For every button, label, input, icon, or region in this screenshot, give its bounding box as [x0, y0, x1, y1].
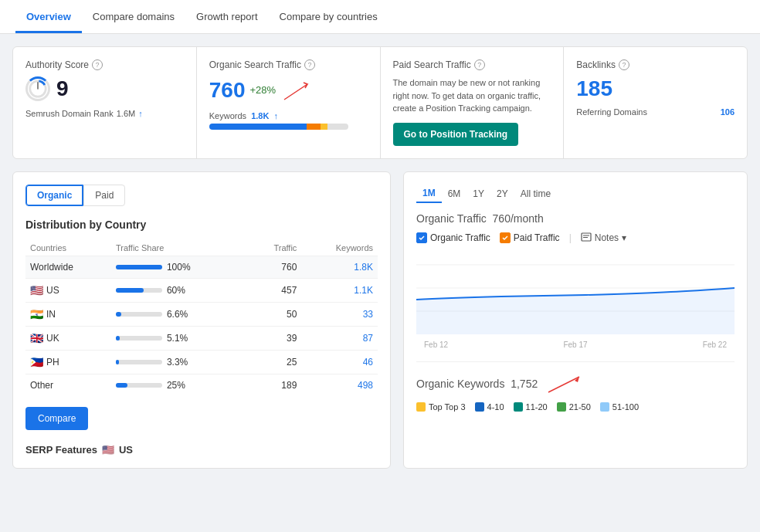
time-tab-1y[interactable]: 1Y — [467, 185, 490, 203]
right-panel: 1M 6M 1Y 2Y All time Organic Traffic 760… — [403, 171, 748, 469]
tab-paid[interactable]: Paid — [83, 185, 125, 206]
time-tab-1m[interactable]: 1M — [416, 185, 442, 203]
kw-dot-21-50 — [557, 402, 566, 412]
kw-label-21-50: 21-50 — [569, 402, 591, 412]
kw-label-top3: Top Top 3 — [429, 402, 466, 412]
kw-legend-11-20: 11-20 — [514, 402, 548, 412]
authority-score-card: Authority Score ? 9 Semrush Domain Rank … — [13, 47, 197, 158]
organic-keywords-title: Organic Keywords 1,752 — [416, 373, 735, 396]
country-cell: Other — [25, 374, 111, 396]
organic-paid-tabs: Organic Paid — [25, 185, 378, 206]
country-cell: 🇵🇭PH — [25, 350, 111, 374]
notes-chevron: ▾ — [622, 232, 626, 243]
backlinks-label: Backlinks — [576, 59, 616, 70]
authority-score-info-icon[interactable]: ? — [92, 59, 103, 70]
country-table: Countries Traffic Share Traffic Keywords… — [25, 240, 378, 396]
traffic-cell: 50 — [249, 302, 302, 326]
left-panel: Organic Paid Distribution by Country Cou… — [12, 171, 391, 469]
tab-compare-countries[interactable]: Compare by countries — [269, 0, 388, 33]
keywords-cell[interactable]: 1.8K — [301, 256, 378, 278]
distribution-title: Distribution by Country — [25, 219, 378, 231]
traffic-share-cell: 100% — [111, 256, 249, 278]
paid-search-label: Paid Search Traffic — [393, 59, 471, 70]
serp-features-title: SERP Features 🇺🇸 US — [25, 444, 378, 456]
keywords-cell[interactable]: 87 — [301, 326, 378, 350]
tab-organic[interactable]: Organic — [25, 185, 83, 206]
time-tab-alltime[interactable]: All time — [514, 185, 557, 203]
keywords-cell[interactable]: 1.1K — [301, 278, 378, 302]
keywords-arrow-annotation — [541, 373, 587, 396]
tab-compare-domains[interactable]: Compare domains — [82, 0, 185, 33]
col-keywords: Keywords — [301, 240, 378, 256]
traffic-cell: 189 — [249, 374, 302, 396]
authority-score-label: Authority Score — [25, 59, 89, 70]
kw-legend-21-50: 21-50 — [557, 402, 591, 412]
kw-legend-51-100: 51-100 — [600, 402, 639, 412]
keywords-cell[interactable]: 46 — [301, 350, 378, 374]
backlinks-info-icon[interactable]: ? — [619, 59, 629, 70]
keywords-cell[interactable]: 498 — [301, 374, 378, 396]
traffic-share-cell: 3.3% — [111, 350, 249, 374]
kw-bar-orange — [307, 124, 321, 130]
notes-button[interactable]: Notes ▾ — [581, 232, 626, 243]
notes-icon — [581, 232, 592, 243]
serp-flag: 🇺🇸 — [102, 444, 114, 456]
paid-search-card: Paid Search Traffic ? The domain may be … — [381, 47, 565, 158]
traffic-cell: 25 — [249, 350, 302, 374]
keywords-up: ↑ — [274, 111, 279, 120]
kw-dot-top3 — [416, 402, 426, 412]
semrush-rank-label: Semrush Domain Rank — [25, 109, 114, 118]
chart-legend: Organic Traffic Paid Traffic | Notes ▾ — [416, 232, 735, 243]
kw-bar-gray — [327, 124, 348, 130]
table-row[interactable]: 🇺🇸US 60% 4571.1K — [25, 278, 378, 302]
table-row[interactable]: 🇬🇧UK 5.1% 3987 — [25, 326, 378, 350]
paid-check[interactable] — [500, 232, 511, 243]
semrush-rank-up: ↑ — [138, 109, 143, 118]
time-tab-6m[interactable]: 6M — [442, 185, 467, 203]
tab-growth-report[interactable]: Growth report — [185, 0, 268, 33]
compare-button[interactable]: Compare — [25, 407, 88, 430]
traffic-share-cell: 5.1% — [111, 326, 249, 350]
kw-bar-yellow — [321, 124, 327, 130]
legend-organic: Organic Traffic — [416, 232, 490, 243]
metrics-row: Authority Score ? 9 Semrush Domain Rank … — [12, 46, 748, 159]
kw-label-4-10: 4-10 — [487, 402, 504, 412]
table-row[interactable]: Other 25% 189498 — [25, 374, 378, 396]
semrush-rank-value: 1.6M — [117, 109, 135, 118]
serp-region: US — [119, 444, 133, 456]
tab-overview[interactable]: Overview — [15, 0, 82, 33]
keywords-label: Keywords — [209, 111, 246, 120]
time-tab-2y[interactable]: 2Y — [490, 185, 514, 203]
backlinks-value: 185 — [576, 76, 612, 100]
organic-check[interactable] — [416, 232, 427, 243]
table-row[interactable]: Worldwide 100% 7601.8K — [25, 256, 378, 278]
legend-separator: | — [569, 232, 572, 243]
kw-label-51-100: 51-100 — [612, 402, 639, 412]
x-label-feb17: Feb 17 — [563, 341, 587, 349]
organic-trend-arrow — [280, 76, 319, 103]
position-tracking-button[interactable]: Go to Position Tracking — [393, 123, 519, 146]
organic-search-info-icon[interactable]: ? — [304, 59, 315, 70]
keywords-cell[interactable]: 33 — [301, 302, 378, 326]
x-label-feb12: Feb 12 — [424, 341, 448, 349]
paid-search-info-icon[interactable]: ? — [474, 59, 485, 70]
legend-organic-label: Organic Traffic — [430, 232, 490, 243]
country-cell: Worldwide — [25, 256, 111, 278]
paid-search-info-text: The domain may be new or not ranking rig… — [393, 76, 551, 115]
backlinks-card: Backlinks ? 185 Referring Domains 106 — [564, 47, 747, 158]
kw-dot-51-100 — [600, 402, 609, 412]
country-cell: 🇬🇧UK — [25, 326, 111, 350]
table-row[interactable]: 🇮🇳IN 6.6% 5033 — [25, 302, 378, 326]
legend-paid-label: Paid Traffic — [514, 232, 560, 243]
kw-dot-4-10 — [475, 402, 484, 412]
referring-domains-label: Referring Domains — [576, 107, 647, 117]
country-cell: 🇺🇸US — [25, 278, 111, 302]
referring-domains-value: 106 — [721, 107, 735, 117]
table-row[interactable]: 🇵🇭PH 3.3% 2546 — [25, 350, 378, 374]
main-content: Authority Score ? 9 Semrush Domain Rank … — [0, 34, 760, 481]
x-label-feb22: Feb 22 — [703, 341, 727, 349]
keywords-legend: Top Top 3 4-10 11-20 21-50 — [416, 402, 735, 412]
organic-search-label: Organic Search Traffic — [209, 59, 301, 70]
authority-gauge — [25, 76, 50, 101]
organic-keywords-section: Organic Keywords 1,752 Top Top 3 — [416, 361, 735, 412]
